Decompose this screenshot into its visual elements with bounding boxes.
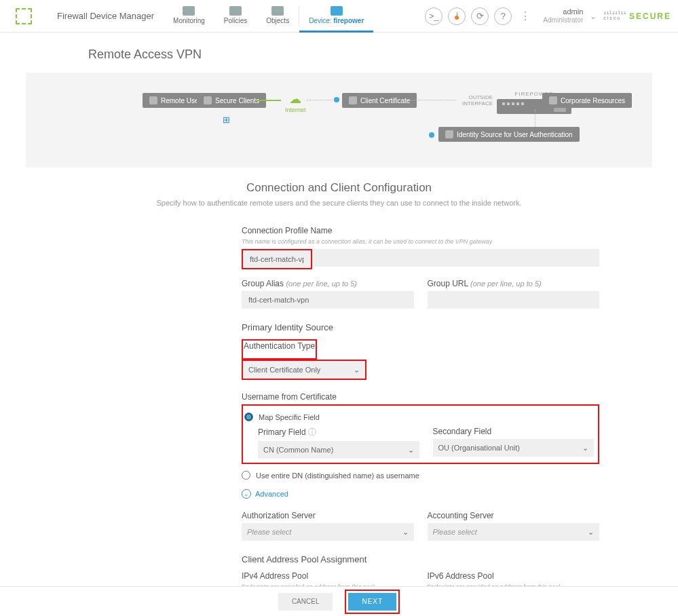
group-alias-label: Group Alias (one per line, up to 5) [242,279,414,288]
link-line [257,100,281,101]
node-client-cert: Client Certificate [342,93,417,108]
radio-use-dn-input[interactable] [242,471,250,480]
radio-use-dn[interactable]: Use entire DN (distinguished name) as us… [242,471,599,480]
secure-label: SECURE [629,12,671,21]
auth-type-label: Authentication Type [244,341,315,351]
address-pool-heading: Client Address Pool Assignment [242,554,599,564]
identity-icon [445,130,453,138]
secondary-field-label: Secondary Field [433,427,595,436]
building-icon [549,96,557,104]
authz-server-select[interactable]: Please select⌄ [242,523,414,541]
radio-map-specific[interactable]: Map Specific Field [244,412,594,421]
help-button[interactable]: ? [494,7,512,25]
group-alias-input[interactable] [242,291,414,309]
path-dot-2 [429,132,434,138]
node-secure-clients: Secure Clients [197,93,266,108]
auth-type-select-highlight: Client Certificate Only⌄ [242,360,366,380]
cancel-button[interactable]: CANCEL [278,593,333,611]
deploy-pending-icon [455,16,459,20]
profile-name-input-ext[interactable] [312,249,599,267]
tab-monitoring-label: Monitoring [173,17,205,24]
authz-server-label: Authorization Server [242,511,414,520]
group-url-label: Group URL (one per line, up to 5) [428,279,600,288]
section-subtitle: Specify how to authenticate remote users… [0,199,678,207]
tab-objects-label: Objects [266,17,289,24]
chevron-down-icon: ⌄ [354,366,360,374]
group-url-input[interactable] [428,291,600,309]
outside-label: OUTSIDE INTERFACE [459,94,493,107]
tab-device-label: Device: firepower [309,17,364,24]
device-icon [331,6,343,16]
next-button-highlight: NEXT [345,590,400,614]
node-corp-resources: Corporate Resources [542,93,632,108]
chevron-down-icon: ⌄ [582,444,588,453]
advanced-toggle[interactable]: ⌄Advanced [242,489,599,499]
chevron-down-icon: ⌄ [408,446,414,455]
monitoring-icon [183,6,195,16]
more-menu-button[interactable]: ⋮ [514,9,536,22]
radio-map-specific-input[interactable] [244,412,253,421]
profile-name-highlight [242,249,312,269]
acct-server-select[interactable]: Please select⌄ [428,523,600,541]
node-identity-source: Identity Source for User Authentication [438,127,580,142]
tab-policies[interactable]: Policies [214,0,257,33]
user-role: Administrator [543,16,583,24]
tab-monitoring[interactable]: Monitoring [164,0,214,33]
tab-objects[interactable]: Objects [257,0,299,33]
username-from-cert-label: Username from Certificate [242,392,599,402]
tab-policies-label: Policies [224,17,247,24]
profile-name-input[interactable] [243,250,311,268]
dash-line-2 [409,100,456,100]
chevron-down-icon: ⌄ [242,489,251,499]
auth-type-select[interactable]: Client Certificate Only⌄ [243,361,365,379]
cert-icon [349,96,357,104]
user-chevron-icon: ⌄ [590,12,603,21]
primary-field-select[interactable]: CN (Common Name)⌄ [258,441,419,459]
page-title: Remote Access VPN [0,33,678,73]
auth-type-highlight: Authentication Type [242,339,317,360]
objects-icon [271,6,284,16]
cloud-icon: ☁ [289,92,301,107]
primary-identity-heading: Primary Identity Source [242,322,599,332]
ipv4-pool-label: IPv4 Address Pool [242,571,414,581]
cli-button[interactable]: >_ [425,7,442,25]
secondary-field-select[interactable]: OU (Organisational Unit)⌄ [433,439,595,457]
next-button[interactable]: NEXT [348,593,396,611]
laptop-icon [204,96,212,104]
profile-name-label: Connection Profile Name [242,226,599,235]
cisco-logo: ıılıılııcisco [603,11,629,21]
user-name: admin [543,7,583,16]
topology-diagram: Remote Users Secure Clients ☁ Internet C… [26,73,652,168]
profile-name-hint: This name is configured as a connection … [242,238,599,245]
map-fields-highlight: Map Specific Field Primary Field ⓘ CN (C… [242,404,599,464]
policies-icon [229,6,242,16]
windows-icon: ⊞ [223,115,230,125]
user-menu[interactable]: admin Administrator [536,7,590,24]
primary-field-label: Primary Field ⓘ [258,427,419,438]
ipv6-pool-label: IPv6 Address Pool [428,571,600,581]
users-icon [149,96,157,104]
chevron-down-icon: ⌄ [402,528,409,537]
path-dot [334,97,339,102]
app-brand: Firewall Device Manager [48,11,164,21]
chevron-down-icon: ⌄ [588,528,594,537]
acct-server-label: Accounting Server [428,511,600,520]
internet-label: Internet [285,107,306,113]
section-title: Connection and Client Configuration [0,181,678,195]
dash-line [307,100,333,100]
app-logo [0,8,48,24]
wizard-footer: CANCEL NEXT [0,586,678,616]
info-icon: ⓘ [308,427,316,437]
refresh-button[interactable]: ⟳ [471,7,489,25]
tab-device[interactable]: Device: firepower [299,0,373,33]
